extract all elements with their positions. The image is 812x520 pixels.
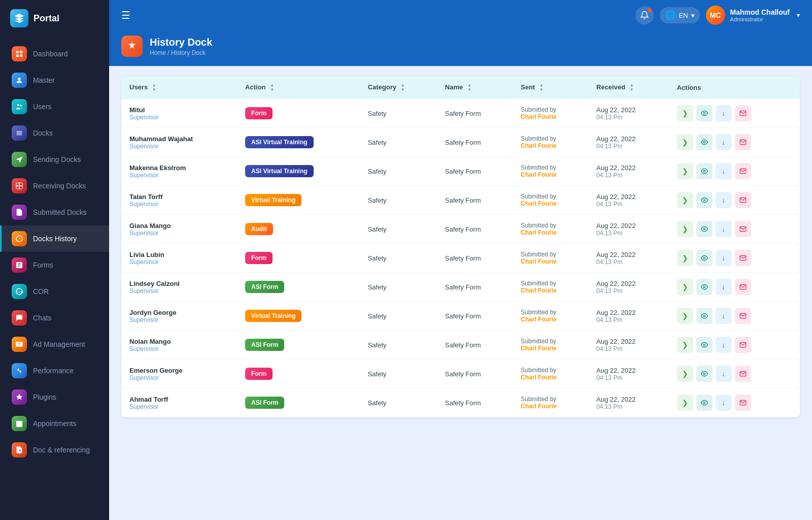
preview-button[interactable] (696, 105, 713, 121)
download-button[interactable]: ↓ (716, 337, 732, 353)
preview-button[interactable] (696, 192, 713, 208)
sidebar-item-label: Appointments (33, 419, 77, 428)
sidebar-item-plugins[interactable]: Plugins (0, 384, 109, 410)
preview-button[interactable] (696, 221, 713, 237)
email-button[interactable] (735, 366, 751, 382)
cell-sent: Submitted by Charl Fourie (513, 128, 588, 157)
preview-button[interactable] (696, 308, 713, 324)
notification-button[interactable] (635, 6, 654, 24)
page-header: History Dock Home / History Dock (109, 30, 812, 66)
cell-action: Virtual Training (237, 186, 360, 215)
cell-action: ASI Form (237, 331, 360, 360)
download-button[interactable]: ↓ (716, 279, 732, 295)
email-button[interactable] (735, 250, 751, 266)
sort-users-icon[interactable]: ▲▼ (152, 83, 156, 92)
email-button[interactable] (735, 163, 751, 179)
table-row: Emerson George Supervisor Form Safety Sa… (121, 360, 800, 388)
sort-sent-icon[interactable]: ▲▼ (539, 83, 544, 92)
cell-category: Safety (360, 128, 437, 157)
email-button[interactable] (735, 395, 751, 411)
cell-user: Nolan Mango Supervisor (121, 331, 237, 360)
view-details-button[interactable]: ❯ (677, 192, 693, 208)
sort-received-icon[interactable]: ▲▼ (630, 83, 634, 92)
view-details-button[interactable]: ❯ (677, 250, 693, 266)
preview-button[interactable] (696, 163, 713, 179)
sort-category-icon[interactable]: ▲▼ (401, 83, 405, 92)
cell-name: Safety Form (437, 215, 513, 244)
cell-received: Aug 22, 2022 04:13 Pm (588, 331, 669, 360)
email-button[interactable] (735, 279, 751, 295)
user-menu[interactable]: MC Mahmod Challouf Administrator ▾ (706, 6, 800, 25)
forms-icon (12, 257, 27, 273)
view-details-button[interactable]: ❯ (677, 163, 693, 179)
col-category: Category ▲▼ (360, 76, 437, 99)
svg-point-31 (703, 315, 705, 317)
download-button[interactable]: ↓ (716, 395, 732, 411)
topbar: ☰ 🌐 EN ▾ MC Mahmod Challouf Administrato… (109, 0, 812, 30)
sidebar-item-receiving-docks[interactable]: Receiving Docks (0, 173, 109, 199)
sidebar-item-label: Docks History (33, 235, 77, 243)
sidebar-item-cor[interactable]: COR COR (0, 278, 109, 305)
svg-point-24 (703, 112, 705, 114)
email-button[interactable] (735, 134, 751, 150)
sidebar-item-ad-management[interactable]: Ad Management (0, 331, 109, 358)
preview-button[interactable] (696, 134, 713, 150)
cell-category: Safety (360, 273, 437, 302)
cell-name: Safety Form (437, 186, 513, 215)
email-button[interactable] (735, 337, 751, 353)
sidebar-item-forms[interactable]: Forms (0, 252, 109, 278)
sidebar-item-label: COR (33, 287, 49, 296)
preview-button[interactable] (696, 279, 713, 295)
download-button[interactable]: ↓ (716, 192, 732, 208)
svg-point-30 (703, 286, 705, 288)
view-details-button[interactable]: ❯ (677, 308, 693, 324)
sidebar-item-users[interactable]: Users (0, 93, 109, 120)
receiving-docks-icon (12, 178, 27, 193)
download-button[interactable]: ↓ (716, 221, 732, 237)
sidebar-item-sending-docks[interactable]: Sending Docks (0, 146, 109, 173)
view-details-button[interactable]: ❯ (677, 134, 693, 150)
download-button[interactable]: ↓ (716, 163, 732, 179)
view-details-button[interactable]: ❯ (677, 105, 693, 121)
svg-point-27 (703, 199, 705, 201)
sidebar-item-chats[interactable]: Chats (0, 305, 109, 331)
sidebar-item-dashboard[interactable]: Dashboard (0, 41, 109, 67)
email-button[interactable] (735, 308, 751, 324)
download-button[interactable]: ↓ (716, 308, 732, 324)
download-button[interactable]: ↓ (716, 250, 732, 266)
svg-point-4 (18, 78, 20, 80)
sidebar-item-appointments[interactable]: Appointments (0, 410, 109, 437)
svg-point-32 (703, 344, 705, 346)
download-button[interactable]: ↓ (716, 134, 732, 150)
sidebar-item-doc-referencing[interactable]: Doc & referencing (0, 437, 109, 463)
view-details-button[interactable]: ❯ (677, 279, 693, 295)
sidebar-item-docks[interactable]: Docks (0, 120, 109, 146)
download-button[interactable]: ↓ (716, 366, 732, 382)
preview-button[interactable] (696, 366, 713, 382)
email-button[interactable] (735, 192, 751, 208)
preview-button[interactable] (696, 250, 713, 266)
language-selector[interactable]: 🌐 EN ▾ (660, 7, 700, 23)
cell-received: Aug 22, 2022 04:13 Pm (588, 388, 669, 417)
cell-category: Safety (360, 360, 437, 388)
email-button[interactable] (735, 221, 751, 237)
email-button[interactable] (735, 105, 751, 121)
sidebar-item-label: Dashboard (33, 50, 68, 58)
sidebar-item-docks-history[interactable]: Docks History (0, 225, 109, 252)
preview-button[interactable] (696, 337, 713, 353)
sort-name-icon[interactable]: ▲▼ (467, 83, 471, 92)
view-details-button[interactable]: ❯ (677, 221, 693, 237)
sidebar-item-master[interactable]: Master (0, 67, 109, 93)
view-details-button[interactable]: ❯ (677, 337, 693, 353)
hamburger-button[interactable]: ☰ (121, 9, 130, 21)
sidebar-item-performance[interactable]: Performance (0, 358, 109, 384)
user-role: Administrator (730, 16, 790, 22)
sidebar-item-submitted-docks[interactable]: Submitted Docks (0, 199, 109, 225)
sort-action-icon[interactable]: ▲▼ (270, 83, 274, 92)
cell-category: Safety (360, 331, 437, 360)
preview-button[interactable] (696, 395, 713, 411)
download-button[interactable]: ↓ (716, 105, 732, 121)
view-details-button[interactable]: ❯ (677, 366, 693, 382)
view-details-button[interactable]: ❯ (677, 395, 693, 411)
page-title-row: History Dock Home / History Dock (121, 36, 800, 57)
